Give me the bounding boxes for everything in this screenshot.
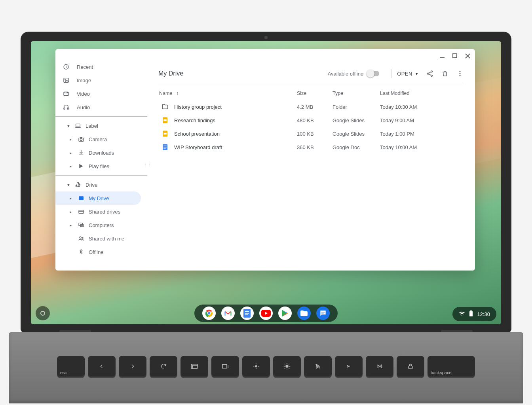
shelf-apps <box>194 305 338 322</box>
file-row[interactable]: WIP Storyboard draft360 KBGoogle DocToda… <box>158 140 464 154</box>
window-close-button[interactable] <box>464 52 471 59</box>
sidebar-label: Downloads <box>89 150 114 156</box>
key-backspace: backspace <box>428 356 475 377</box>
key-fn <box>273 356 301 377</box>
key-fn <box>397 356 424 377</box>
file-row[interactable]: History group project4.2 MBFolderToday 1… <box>158 100 464 114</box>
file-modified: Today 10:30 AM <box>380 104 464 110</box>
sidebar-label: Label <box>86 123 98 129</box>
status-tray[interactable]: 12:30 <box>452 307 496 321</box>
status-time: 12:30 <box>477 311 490 317</box>
sidebar-item-camera[interactable]: ▸ Camera <box>55 132 147 146</box>
chevron-right-icon: ▸ <box>70 196 74 201</box>
svg-rect-29 <box>163 147 167 147</box>
shelf-app-chrome[interactable] <box>202 307 216 320</box>
sidebar-item-computers[interactable]: ▸ Computers <box>55 218 147 232</box>
sidebar-divider <box>55 116 147 117</box>
chevron-down-icon: ▼ <box>66 183 70 187</box>
sidebar-item-offline[interactable]: ▸ Offline <box>55 245 147 259</box>
key-fn <box>304 356 332 377</box>
shelf-app-youtube[interactable] <box>259 307 273 320</box>
file-size: 100 KB <box>297 131 332 137</box>
sidebar-item-video[interactable]: Video <box>55 87 147 100</box>
column-label: Last Modified <box>380 91 409 96</box>
file-size: 480 KB <box>297 117 332 123</box>
svg-rect-6 <box>64 108 65 109</box>
file-name: School presentation <box>174 131 220 137</box>
sidebar-label: Drive <box>86 182 97 188</box>
sidebar-item-shared-with-me[interactable]: ▸ Shared with me <box>55 232 147 245</box>
image-icon <box>63 77 70 84</box>
sidebar-section-drive[interactable]: ▼ Drive <box>55 178 147 191</box>
wifi-icon <box>459 310 465 318</box>
key-fn <box>88 356 116 377</box>
sidebar-resize-handle[interactable]: ⋮⋮ <box>143 164 152 165</box>
shelf-app-files[interactable] <box>297 307 311 320</box>
launcher-icon <box>40 311 45 316</box>
more-options-button[interactable] <box>456 70 464 78</box>
download-icon <box>78 149 85 156</box>
key-fn <box>335 356 363 377</box>
column-header-modified[interactable]: Last Modified <box>380 91 464 96</box>
shelf: 12:30 <box>31 303 501 324</box>
file-name: History group project <box>174 104 222 110</box>
battery-icon <box>469 310 473 318</box>
sidebar-item-downloads[interactable]: ▸ Downloads <box>55 146 147 159</box>
svg-rect-28 <box>163 146 167 146</box>
svg-rect-12 <box>79 210 84 214</box>
sidebar-label: Shared drives <box>89 209 120 215</box>
svg-point-49 <box>285 365 289 368</box>
svg-rect-30 <box>163 148 165 148</box>
shelf-app-messages[interactable] <box>316 307 330 320</box>
chevron-right-icon: ▸ <box>70 164 74 168</box>
svg-point-10 <box>80 138 82 140</box>
delete-button[interactable] <box>441 70 449 78</box>
sidebar-label: Play files <box>89 163 109 169</box>
chevron-down-icon: ▼ <box>66 124 70 128</box>
file-row[interactable]: Research findings480 KBGoogle SlidesToda… <box>158 114 464 127</box>
page-title: My Drive <box>158 70 183 77</box>
file-list: History group project4.2 MBFolderToday 1… <box>158 100 464 154</box>
sidebar-item-image[interactable]: Image <box>55 74 147 87</box>
column-header-type[interactable]: Type <box>332 91 380 96</box>
shelf-app-docs[interactable] <box>240 307 254 320</box>
sidebar-item-play-files[interactable]: ▸ Play files <box>55 159 147 173</box>
sidebar-item-my-drive[interactable]: ▸ My Drive <box>55 191 141 205</box>
available-offline-toggle[interactable] <box>367 71 379 76</box>
open-button[interactable]: OPEN ▼ <box>397 71 419 77</box>
shelf-app-play-store[interactable] <box>278 307 292 320</box>
window-minimize-button[interactable] <box>439 52 446 59</box>
folder-icon <box>162 103 169 110</box>
window-maximize-button[interactable] <box>451 52 458 59</box>
chevron-right-icon: ▸ <box>70 210 74 214</box>
shelf-app-gmail[interactable] <box>221 307 235 320</box>
keyboard-row: esc backspace <box>57 356 475 377</box>
my-drive-icon <box>78 195 85 202</box>
camera-dot <box>264 36 268 39</box>
column-header-size[interactable]: Size <box>297 91 332 96</box>
sidebar: Recent Image Video <box>55 49 147 271</box>
sort-ascending-icon: ↑ <box>176 91 179 96</box>
file-type: Google Slides <box>332 117 380 123</box>
file-size: 4.2 MB <box>297 104 332 110</box>
sidebar-item-shared-drives[interactable]: ▸ Shared drives <box>55 205 147 218</box>
launcher-button[interactable] <box>36 306 50 320</box>
sidebar-label: Camera <box>89 136 107 142</box>
sidebar-item-recent[interactable]: Recent <box>55 60 147 74</box>
share-button[interactable] <box>426 70 434 78</box>
column-header-name[interactable]: Name ↑ <box>158 91 297 96</box>
sidebar-item-audio[interactable]: Audio <box>55 100 147 114</box>
svg-point-4 <box>65 79 66 80</box>
sidebar-section-label[interactable]: ▼ Label <box>55 119 147 132</box>
sidebar-label: Shared with me <box>89 236 124 242</box>
drive-icon <box>74 181 82 188</box>
available-offline-label: Available offline <box>328 71 364 77</box>
column-label: Type <box>332 91 343 96</box>
file-name: WIP Storyboard draft <box>174 144 222 150</box>
chevron-down-icon: ▼ <box>415 72 419 76</box>
svg-rect-41 <box>321 312 325 312</box>
laptop-frame: Recent Image Video <box>21 32 511 332</box>
toolbar: My Drive Available offline OPEN ▼ <box>158 66 464 81</box>
chevron-right-icon: ▸ <box>70 151 74 155</box>
file-row[interactable]: School presentation100 KBGoogle SlidesTo… <box>158 127 464 140</box>
